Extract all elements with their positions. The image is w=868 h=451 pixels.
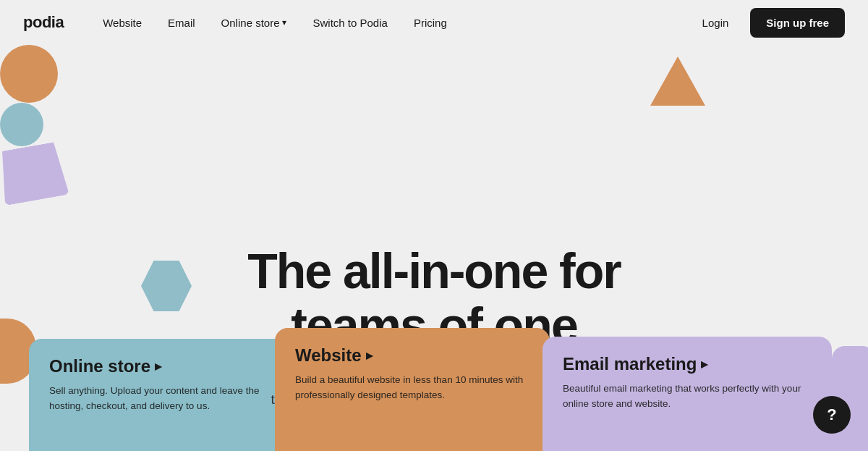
card-website-arrow: ▸ (366, 347, 373, 363)
orange-triangle-shape (650, 56, 705, 106)
card-email-desc: Beautiful email marketing that works per… (563, 382, 812, 412)
orange-circle-shape (0, 45, 58, 103)
card-website[interactable]: Website ▸ Build a beautiful website in l… (275, 328, 550, 451)
card-website-title: Website ▸ (295, 345, 529, 366)
navbar: podia Website Email Online store▾ Switch… (0, 0, 868, 45)
help-button[interactable]: ? (813, 396, 851, 434)
card-email-title: Email marketing ▸ (563, 354, 812, 374)
signup-button[interactable]: Sign up free (750, 8, 845, 38)
nav-link-switch[interactable]: Switch to Podia (302, 11, 397, 35)
nav-link-pricing[interactable]: Pricing (404, 11, 457, 35)
card-website-desc: Build a beautiful website in less than 1… (295, 373, 529, 403)
nav-link-online-store[interactable]: Online store▾ (211, 11, 297, 35)
nav-link-email[interactable]: Email (158, 11, 205, 35)
login-button[interactable]: Login (692, 11, 739, 35)
purple-shape (0, 141, 69, 206)
blue-circle-shape (0, 103, 43, 146)
nav-links: Website Email Online store▾ Switch to Po… (93, 11, 692, 35)
card-email-marketing[interactable]: Email marketing ▸ Beautiful email market… (542, 337, 832, 451)
nav-actions: Login Sign up free (692, 8, 845, 38)
logo[interactable]: podia (23, 13, 64, 32)
card-email-arrow: ▸ (701, 356, 707, 372)
nav-link-website[interactable]: Website (93, 11, 152, 35)
